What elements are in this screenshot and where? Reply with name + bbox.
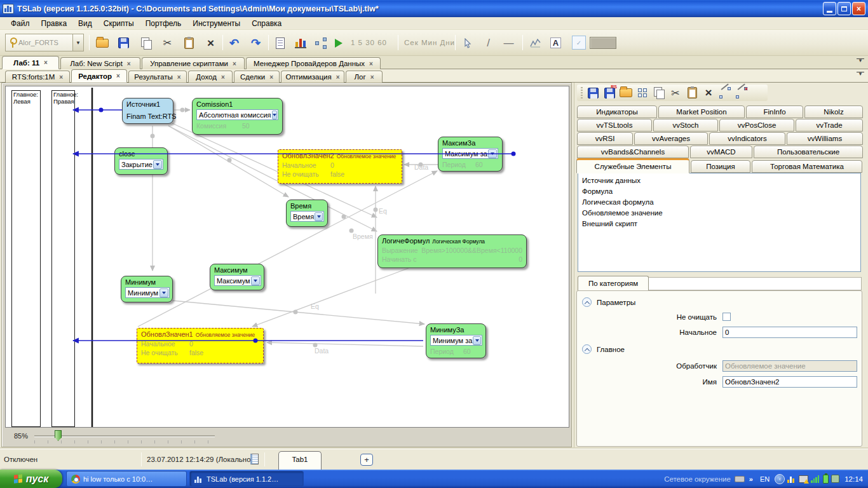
dropdown-arrow-icon[interactable] (315, 212, 323, 221)
palette-tab-vvstoch[interactable]: vvStoch (653, 119, 718, 132)
palette-tab-vvtrade[interactable]: vvTrade (796, 119, 863, 132)
tab-trades[interactable]: Сделки × (234, 71, 280, 83)
network-error-icon[interactable] (799, 475, 808, 483)
battery-icon[interactable] (823, 475, 829, 484)
menu-scripts[interactable]: Скрипты (98, 18, 140, 29)
minimize-button[interactable] (823, 2, 836, 15)
palette-tab-pozitsiya[interactable]: Позиция (691, 160, 750, 173)
paste-button[interactable] (181, 35, 197, 51)
palette-tab-sluzhebnye[interactable]: Служебные Элементы (576, 158, 689, 173)
tab-overflow-icon[interactable]: ▾ (857, 72, 864, 79)
dropdown-arrow-icon[interactable] (272, 111, 277, 119)
tslab-tray-icon[interactable] (787, 475, 796, 483)
menu-view[interactable]: Вид (72, 18, 98, 29)
start-button[interactable]: пуск (0, 470, 62, 488)
palette-tab-vvbands[interactable]: vvBands&Channels (577, 146, 689, 158)
palette-tab-vvrsi[interactable]: vvRSI (577, 132, 633, 145)
close-button[interactable]: × (852, 2, 865, 15)
palette-tab-indikatory[interactable]: Индикаторы (577, 105, 657, 118)
block-logicheformul[interactable]: ЛогичеФормулЛогическая Формула Выражение… (377, 234, 527, 268)
tab-data-providers[interactable]: Менеджер Провайдеров Данных × (246, 57, 381, 69)
palette-tab-vvmacd[interactable]: vvMACD (690, 146, 752, 158)
taskbar-item-tslab[interactable]: TSLab (версия 1.1.2… (189, 471, 304, 487)
run-button[interactable] (330, 35, 346, 51)
tab-results[interactable]: Результаты × (128, 71, 187, 83)
block-dropdown[interactable]: Время (290, 211, 324, 222)
panel-disconnect-button[interactable]: × (735, 86, 748, 99)
menu-file[interactable]: Файл (5, 18, 36, 29)
block-istochnik1[interactable]: Источник1 Finam Text:RTS (122, 98, 173, 124)
tab-income[interactable]: Доход × (188, 71, 233, 83)
tab-rts-forts[interactable]: RTS:forts:1M × (5, 71, 70, 83)
tab-close-icon[interactable]: × (116, 72, 120, 79)
combo-dropdown-icon[interactable]: ▼ (72, 34, 83, 51)
palette-tab-fininfo[interactable]: FinInfo (746, 105, 803, 118)
palette-tab-vvwilliams[interactable]: vvWilliams (787, 132, 863, 145)
tab-overflow-icon[interactable]: ▾ (857, 58, 864, 66)
text-tool-button[interactable]: A (548, 35, 564, 51)
dropdown-arrow-icon[interactable] (488, 149, 497, 158)
save-button[interactable] (116, 35, 132, 51)
palette-tab-polzovatelskie[interactable]: Пользовательские (754, 146, 863, 158)
diagram-canvas[interactable]: Главное: Левая Главное: Правая (5, 86, 569, 428)
block-minimuza[interactable]: МинимуЗа Минимум за Период60 (426, 323, 486, 358)
panel-copy-button[interactable] (653, 86, 665, 99)
palette-tab-nikolz[interactable]: Nikolz (804, 105, 863, 118)
palette-tab-vvaverages[interactable]: vvAverages (634, 132, 708, 145)
zoom-slider-thumb[interactable] (55, 430, 62, 441)
block-dropdown[interactable]: Абсолютная комиссия (196, 109, 278, 120)
color-swatch[interactable] (590, 37, 616, 49)
panel-cut-button[interactable]: ✂ (669, 86, 682, 99)
block-maksimza[interactable]: МаксимЗа Максимум за Период60 (438, 137, 503, 172)
trend-tool-button[interactable] (527, 35, 543, 51)
tab-lab-11[interactable]: Лаб: 11 × (2, 56, 59, 69)
tab-optimization[interactable]: Оптимизация × (281, 71, 344, 83)
panel-save-script-button[interactable]: RS (603, 86, 616, 99)
tab-close-icon[interactable]: × (59, 74, 63, 81)
tab-lab-new-script[interactable]: Лаб: New Script × (60, 57, 140, 69)
recycle-tray-icon[interactable] (831, 475, 839, 483)
interval-units[interactable]: Сек Мин Дни (404, 39, 455, 46)
undo-button[interactable]: ↶ (226, 35, 242, 51)
account-combobox[interactable]: Alor_FORTS ▼ (5, 34, 84, 51)
ne-ochishchat-checkbox[interactable] (722, 313, 731, 321)
delete-button[interactable]: × (203, 35, 219, 51)
panel-save-button[interactable] (587, 86, 599, 99)
menu-portfolio[interactable]: Портфель (140, 18, 187, 29)
collapse-icon[interactable] (582, 297, 592, 307)
tab-close-icon[interactable]: × (177, 74, 181, 81)
dropdown-arrow-icon[interactable] (473, 336, 481, 345)
panel-paste-button[interactable] (686, 86, 698, 99)
category-tab[interactable]: По категориям (578, 276, 649, 290)
menu-tools[interactable]: Инструменты (187, 18, 246, 29)
signal-strength-icon[interactable] (811, 475, 820, 483)
dropdown-arrow-icon[interactable] (153, 160, 162, 169)
menu-edit[interactable]: Правка (36, 18, 73, 29)
tab-close-icon[interactable]: × (369, 60, 373, 67)
tab-close-icon[interactable]: × (269, 74, 273, 81)
dropdown-arrow-icon[interactable] (251, 276, 260, 285)
palette-tab-vvposclose[interactable]: vvPosClose (719, 119, 794, 132)
menu-help[interactable]: Справка (246, 18, 287, 29)
list-item-obnovlyaemoe-znachenie[interactable]: Обновляемое значение (582, 208, 857, 219)
nachalnoe-input[interactable] (722, 327, 857, 338)
list-item-formula[interactable]: Формула (582, 186, 857, 197)
tab-close-icon[interactable]: × (44, 59, 48, 66)
palette-tab-vvindicators[interactable]: vvIndicators (709, 132, 785, 145)
block-obnovl-znachen2[interactable]: ОбновлЗначен2Обновляемое значение Началь… (278, 149, 402, 184)
block-maksimum[interactable]: Максимум Максимум (210, 264, 264, 290)
list-item-vneshnii-skript[interactable]: Внешний скрипт (582, 219, 857, 229)
tab-script-manager[interactable]: Управление скриптами × (142, 57, 245, 69)
redo-button[interactable]: ↷ (248, 35, 264, 51)
tab-log[interactable]: Лог × (346, 71, 383, 83)
tab-close-icon[interactable]: × (370, 74, 374, 81)
line-tool-button[interactable]: / (480, 35, 496, 51)
copy-button[interactable] (138, 35, 154, 51)
style-dropdown[interactable]: ✓ (572, 36, 586, 50)
block-vremya[interactable]: Время Время (286, 200, 328, 227)
block-close[interactable]: close Закрытие (114, 147, 168, 175)
workspace-tab1[interactable]: Tab1 (278, 451, 322, 470)
restore-button[interactable] (837, 2, 851, 15)
chart-button[interactable] (292, 35, 308, 51)
list-item-istochnik-dannykh[interactable]: Источник данных (582, 175, 857, 186)
